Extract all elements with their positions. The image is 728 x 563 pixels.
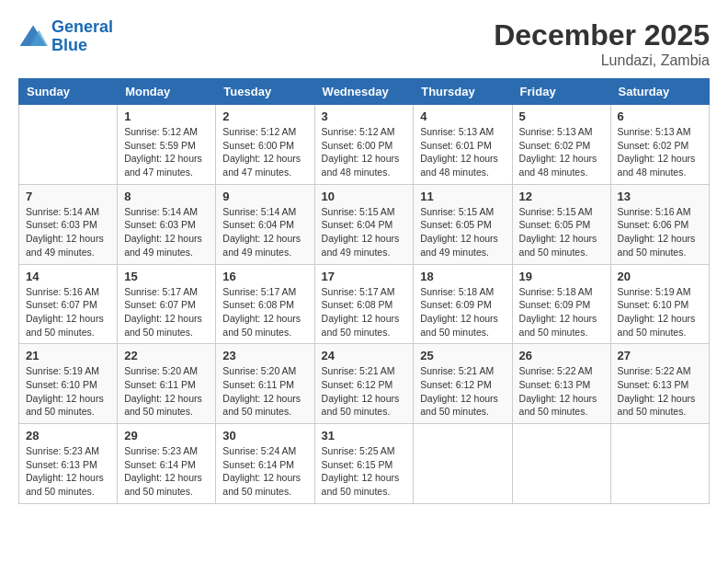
col-header-sunday: Sunday xyxy=(19,79,118,105)
day-cell: 29Sunrise: 5:23 AM Sunset: 6:14 PM Dayli… xyxy=(118,424,216,504)
day-info: Sunrise: 5:18 AM Sunset: 6:09 PM Dayligh… xyxy=(519,285,604,339)
day-info: Sunrise: 5:23 AM Sunset: 6:14 PM Dayligh… xyxy=(124,444,209,499)
day-number: 24 xyxy=(322,349,407,362)
day-cell: 28Sunrise: 5:23 AM Sunset: 6:13 PM Dayli… xyxy=(19,424,118,504)
day-info: Sunrise: 5:16 AM Sunset: 6:07 PM Dayligh… xyxy=(26,285,110,339)
day-cell: 16Sunrise: 5:17 AM Sunset: 6:08 PM Dayli… xyxy=(216,264,314,344)
day-info: Sunrise: 5:12 AM Sunset: 6:00 PM Dayligh… xyxy=(222,125,307,179)
day-cell: 3Sunrise: 5:12 AM Sunset: 6:00 PM Daylig… xyxy=(314,105,414,185)
day-cell: 15Sunrise: 5:17 AM Sunset: 6:07 PM Dayli… xyxy=(118,264,216,344)
day-number: 9 xyxy=(222,190,307,203)
day-number: 11 xyxy=(420,190,505,203)
day-number: 19 xyxy=(519,270,604,283)
day-info: Sunrise: 5:15 AM Sunset: 6:05 PM Dayligh… xyxy=(420,205,505,259)
col-header-friday: Friday xyxy=(512,79,610,105)
col-header-monday: Monday xyxy=(118,79,216,105)
week-row-3: 14Sunrise: 5:16 AM Sunset: 6:07 PM Dayli… xyxy=(19,264,710,344)
day-number: 6 xyxy=(618,109,702,123)
day-number: 22 xyxy=(124,349,209,362)
day-number: 8 xyxy=(124,190,209,203)
day-info: Sunrise: 5:17 AM Sunset: 6:08 PM Dayligh… xyxy=(322,285,407,339)
day-info: Sunrise: 5:14 AM Sunset: 6:04 PM Dayligh… xyxy=(222,205,307,259)
day-cell: 8Sunrise: 5:14 AM Sunset: 6:03 PM Daylig… xyxy=(118,184,216,264)
day-info: Sunrise: 5:16 AM Sunset: 6:06 PM Dayligh… xyxy=(618,205,702,259)
day-cell: 25Sunrise: 5:21 AM Sunset: 6:12 PM Dayli… xyxy=(414,344,512,424)
day-info: Sunrise: 5:25 AM Sunset: 6:15 PM Dayligh… xyxy=(322,444,407,499)
day-cell: 12Sunrise: 5:15 AM Sunset: 6:05 PM Dayli… xyxy=(512,184,610,264)
day-info: Sunrise: 5:13 AM Sunset: 6:01 PM Dayligh… xyxy=(420,125,505,179)
day-cell xyxy=(414,424,512,504)
day-number: 13 xyxy=(618,190,702,203)
day-info: Sunrise: 5:21 AM Sunset: 6:12 PM Dayligh… xyxy=(420,364,505,419)
col-header-thursday: Thursday xyxy=(414,79,512,105)
day-cell: 19Sunrise: 5:18 AM Sunset: 6:09 PM Dayli… xyxy=(512,264,610,344)
day-cell xyxy=(512,424,610,504)
day-cell: 30Sunrise: 5:24 AM Sunset: 6:14 PM Dayli… xyxy=(216,424,314,504)
day-number: 7 xyxy=(26,190,110,203)
day-info: Sunrise: 5:15 AM Sunset: 6:05 PM Dayligh… xyxy=(519,205,604,259)
day-number: 2 xyxy=(222,109,307,123)
day-cell: 22Sunrise: 5:20 AM Sunset: 6:11 PM Dayli… xyxy=(118,344,216,424)
calendar-table: SundayMondayTuesdayWednesdayThursdayFrid… xyxy=(18,78,710,504)
day-number: 31 xyxy=(322,429,407,442)
day-cell: 20Sunrise: 5:19 AM Sunset: 6:10 PM Dayli… xyxy=(610,264,709,344)
logo-blue: Blue xyxy=(51,36,87,54)
week-row-1: 1Sunrise: 5:12 AM Sunset: 5:59 PM Daylig… xyxy=(19,105,710,185)
day-cell: 11Sunrise: 5:15 AM Sunset: 6:05 PM Dayli… xyxy=(414,184,512,264)
day-info: Sunrise: 5:22 AM Sunset: 6:13 PM Dayligh… xyxy=(618,364,702,419)
day-cell: 4Sunrise: 5:13 AM Sunset: 6:01 PM Daylig… xyxy=(414,105,512,185)
day-cell: 5Sunrise: 5:13 AM Sunset: 6:02 PM Daylig… xyxy=(512,105,610,185)
col-header-tuesday: Tuesday xyxy=(216,79,314,105)
day-cell: 17Sunrise: 5:17 AM Sunset: 6:08 PM Dayli… xyxy=(314,264,414,344)
day-info: Sunrise: 5:20 AM Sunset: 6:11 PM Dayligh… xyxy=(222,364,307,419)
day-info: Sunrise: 5:18 AM Sunset: 6:09 PM Dayligh… xyxy=(420,285,505,339)
day-info: Sunrise: 5:24 AM Sunset: 6:14 PM Dayligh… xyxy=(222,444,307,499)
day-cell: 1Sunrise: 5:12 AM Sunset: 5:59 PM Daylig… xyxy=(118,105,216,185)
day-info: Sunrise: 5:14 AM Sunset: 6:03 PM Dayligh… xyxy=(124,205,209,259)
day-info: Sunrise: 5:17 AM Sunset: 6:07 PM Dayligh… xyxy=(124,285,209,339)
day-cell: 10Sunrise: 5:15 AM Sunset: 6:04 PM Dayli… xyxy=(314,184,414,264)
day-number: 23 xyxy=(222,349,307,362)
day-info: Sunrise: 5:21 AM Sunset: 6:12 PM Dayligh… xyxy=(322,364,407,419)
week-row-2: 7Sunrise: 5:14 AM Sunset: 6:03 PM Daylig… xyxy=(19,184,710,264)
day-number: 25 xyxy=(420,349,505,362)
day-info: Sunrise: 5:23 AM Sunset: 6:13 PM Dayligh… xyxy=(26,444,110,499)
logo-icon xyxy=(18,24,48,50)
day-number: 10 xyxy=(322,190,407,203)
day-info: Sunrise: 5:17 AM Sunset: 6:08 PM Dayligh… xyxy=(222,285,307,339)
day-number: 27 xyxy=(618,349,702,362)
day-cell: 24Sunrise: 5:21 AM Sunset: 6:12 PM Dayli… xyxy=(314,344,414,424)
day-number: 4 xyxy=(420,109,505,123)
day-number: 30 xyxy=(222,429,307,442)
day-number: 12 xyxy=(519,190,604,203)
day-number: 20 xyxy=(618,270,702,283)
day-info: Sunrise: 5:22 AM Sunset: 6:13 PM Dayligh… xyxy=(519,364,604,419)
day-info: Sunrise: 5:19 AM Sunset: 6:10 PM Dayligh… xyxy=(618,285,702,339)
col-header-wednesday: Wednesday xyxy=(314,79,414,105)
day-cell: 2Sunrise: 5:12 AM Sunset: 6:00 PM Daylig… xyxy=(216,105,314,185)
day-info: Sunrise: 5:12 AM Sunset: 5:59 PM Dayligh… xyxy=(124,125,209,179)
day-cell: 26Sunrise: 5:22 AM Sunset: 6:13 PM Dayli… xyxy=(512,344,610,424)
day-cell: 13Sunrise: 5:16 AM Sunset: 6:06 PM Dayli… xyxy=(610,184,709,264)
day-info: Sunrise: 5:13 AM Sunset: 6:02 PM Dayligh… xyxy=(519,125,604,179)
logo-text: General Blue xyxy=(51,18,113,55)
day-number: 18 xyxy=(420,270,505,283)
day-number: 1 xyxy=(124,109,209,123)
day-number: 15 xyxy=(124,270,209,283)
day-info: Sunrise: 5:12 AM Sunset: 6:00 PM Dayligh… xyxy=(322,125,407,179)
day-cell xyxy=(610,424,709,504)
day-cell: 27Sunrise: 5:22 AM Sunset: 6:13 PM Dayli… xyxy=(610,344,709,424)
calendar-header-row: SundayMondayTuesdayWednesdayThursdayFrid… xyxy=(19,79,710,105)
day-info: Sunrise: 5:20 AM Sunset: 6:11 PM Dayligh… xyxy=(124,364,209,419)
day-cell xyxy=(19,105,118,185)
day-cell: 21Sunrise: 5:19 AM Sunset: 6:10 PM Dayli… xyxy=(19,344,118,424)
day-number: 21 xyxy=(26,349,110,362)
day-info: Sunrise: 5:14 AM Sunset: 6:03 PM Dayligh… xyxy=(26,205,110,259)
day-number: 16 xyxy=(222,270,307,283)
logo-general: General xyxy=(51,17,113,36)
day-cell: 6Sunrise: 5:13 AM Sunset: 6:02 PM Daylig… xyxy=(610,105,709,185)
month-year-title: December 2025 xyxy=(494,18,710,52)
location-subtitle: Lundazi, Zambia xyxy=(494,52,710,69)
day-number: 5 xyxy=(519,109,604,123)
day-number: 3 xyxy=(322,109,407,123)
